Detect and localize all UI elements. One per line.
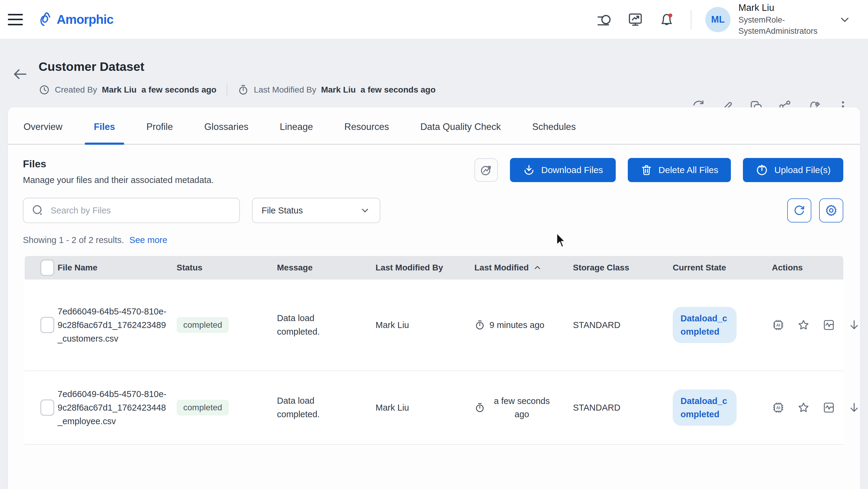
select-all-checkbox[interactable] — [40, 259, 54, 276]
col-last-modified[interactable]: Last Modified — [474, 263, 573, 273]
topbar-icons — [596, 12, 675, 27]
app-screen: Amorphic — [0, 0, 868, 489]
user-block[interactable]: Mark Liu SystemRole-SystemAdministrators — [738, 2, 817, 37]
row-checkbox[interactable] — [40, 399, 54, 416]
tab-bar: Overview Files Profile Glossaries Lineag… — [8, 107, 860, 145]
ai-chip-icon[interactable]: AI — [772, 319, 784, 331]
logo-text: Amorphic — [57, 12, 113, 27]
main-card: Overview Files Profile Glossaries Lineag… — [8, 107, 860, 489]
tab-data-quality-check[interactable]: Data Quality Check — [411, 122, 510, 144]
col-message: Message — [277, 263, 375, 273]
user-role: SystemRole-SystemAdministrators — [738, 14, 817, 37]
back-arrow-icon[interactable] — [12, 66, 28, 82]
upload-icon — [755, 164, 768, 176]
last-modified-time: a few seconds ago — [490, 394, 554, 421]
app-logo[interactable]: Amorphic — [38, 11, 113, 28]
download-files-button[interactable]: Download Files — [510, 158, 616, 182]
stopwatch-icon — [474, 319, 485, 330]
col-actions: Actions — [772, 263, 859, 273]
tab-profile[interactable]: Profile — [137, 122, 182, 144]
clock-icon — [38, 84, 50, 96]
col-file-name: File Name — [58, 263, 177, 273]
see-more-link[interactable]: See more — [129, 235, 167, 245]
table-row: 7ed66049-64b5-4570-810e-9c28f6ac67d1_176… — [25, 279, 843, 371]
col-current-state: Current State — [673, 263, 772, 273]
delete-all-files-button[interactable]: Delete All Files — [628, 158, 731, 182]
message-text: Data load completed. — [277, 394, 339, 421]
tab-resources[interactable]: Resources — [336, 122, 398, 144]
current-state-badge[interactable]: Dataload_completed — [673, 390, 737, 426]
col-last-modified-by: Last Modified By — [375, 263, 474, 273]
row-checkbox[interactable] — [40, 317, 54, 333]
section-title: Files — [23, 158, 214, 170]
download-icon — [523, 164, 535, 176]
svg-text:AI: AI — [776, 323, 780, 328]
hamburger-menu-icon[interactable] — [8, 14, 23, 25]
tab-overview[interactable]: Overview — [14, 122, 71, 144]
table-header-row: File Name Status Message Last Modified B… — [25, 256, 843, 279]
search-box — [23, 198, 240, 223]
meta-divider — [227, 83, 227, 96]
search-input[interactable] — [51, 206, 231, 216]
notification-bell-icon[interactable] — [659, 12, 675, 27]
download-arrow-icon[interactable] — [848, 401, 861, 414]
ai-chip-icon[interactable]: AI — [772, 401, 784, 414]
explore-data-button[interactable] — [474, 158, 498, 182]
file-name: 7ed66049-64b5-4570-810e-9c28f6ac67d1_176… — [58, 379, 174, 436]
results-summary-row: Showing 1 - 2 of 2 results. See more — [8, 223, 860, 245]
tab-schedules[interactable]: Schedules — [523, 122, 585, 144]
stopwatch-icon — [238, 84, 249, 96]
file-status-dropdown[interactable]: File Status — [252, 198, 380, 223]
file-name: 7ed66049-64b5-4570-810e-9c28f6ac67d1_176… — [58, 297, 174, 353]
star-icon[interactable] — [797, 319, 810, 331]
upload-files-label: Upload File(s) — [774, 165, 831, 175]
avatar[interactable]: ML — [705, 7, 731, 32]
row-actions: AI — [772, 401, 859, 414]
gear-icon — [825, 204, 838, 217]
delete-all-files-label: Delete All Files — [658, 165, 718, 175]
stopwatch-icon — [474, 402, 485, 413]
tab-files[interactable]: Files — [85, 122, 124, 144]
chevron-down-icon[interactable] — [838, 13, 851, 26]
storage-class: STANDARD — [573, 320, 673, 330]
activity-chart-icon[interactable] — [823, 319, 835, 331]
current-state-badge[interactable]: Dataload_completed — [673, 307, 737, 343]
upload-files-button[interactable]: Upload File(s) — [743, 158, 843, 182]
svg-text:AI: AI — [776, 405, 780, 410]
chevron-down-icon — [359, 205, 371, 216]
trend-explore-icon — [479, 163, 493, 177]
page-title: Customer Dataset — [38, 60, 144, 74]
last-modified-by: Mark Liu — [375, 320, 474, 330]
storage-class: STANDARD — [573, 403, 673, 413]
user-name: Mark Liu — [738, 2, 817, 13]
search-icon — [31, 204, 44, 217]
files-table: File Name Status Message Last Modified B… — [25, 256, 843, 445]
section-actions: Download Files Delete All Files — [474, 158, 843, 182]
table-row: 7ed66049-64b5-4570-810e-9c28f6ac67d1_176… — [25, 371, 843, 445]
reload-table-button[interactable] — [787, 198, 811, 222]
topbar-divider — [691, 10, 691, 29]
modified-by-user: Mark Liu — [321, 85, 355, 95]
activity-chart-icon[interactable] — [823, 401, 835, 414]
message-text: Data load completed. — [277, 311, 339, 339]
metrics-monitor-icon[interactable] — [627, 12, 643, 27]
col-last-modified-label: Last Modified — [474, 263, 529, 273]
tab-glossaries[interactable]: Glossaries — [195, 122, 257, 144]
download-files-label: Download Files — [541, 165, 603, 175]
table-settings-button[interactable] — [819, 198, 843, 222]
sort-ascending-icon — [533, 263, 542, 272]
logo-mark-icon — [38, 11, 56, 28]
row-actions: AI — [772, 319, 859, 331]
star-icon[interactable] — [797, 401, 810, 414]
col-storage-class: Storage Class — [573, 263, 673, 273]
modified-by-time: a few seconds ago — [361, 85, 435, 95]
tab-lineage[interactable]: Lineage — [271, 122, 322, 144]
search-list-icon[interactable] — [596, 12, 612, 27]
status-badge: completed — [177, 400, 229, 416]
modified-by-label: Last Modified By — [254, 85, 316, 95]
download-arrow-icon[interactable] — [848, 319, 861, 331]
col-status: Status — [177, 263, 277, 273]
created-by-time: a few seconds ago — [141, 85, 216, 95]
results-summary: Showing 1 - 2 of 2 results. — [23, 235, 124, 245]
reload-icon — [793, 204, 806, 217]
